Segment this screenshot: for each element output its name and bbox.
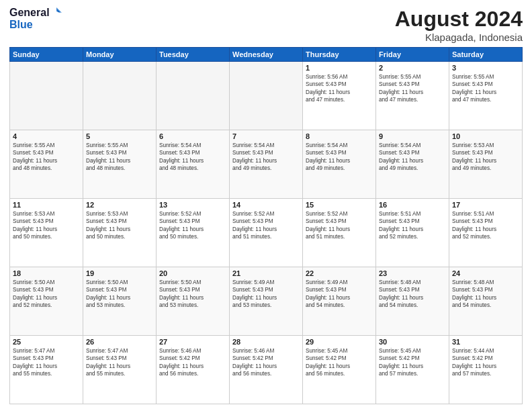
day-cell: 2Sunrise: 5:55 AM Sunset: 5:43 PM Daylig… <box>376 62 449 130</box>
day-info: Sunrise: 5:51 AM Sunset: 5:43 PM Dayligh… <box>379 210 446 241</box>
day-number: 27 <box>159 338 226 346</box>
day-info: Sunrise: 5:55 AM Sunset: 5:43 PM Dayligh… <box>13 142 80 173</box>
day-number: 16 <box>379 201 446 209</box>
day-info: Sunrise: 5:54 AM Sunset: 5:43 PM Dayligh… <box>232 142 300 173</box>
day-info: Sunrise: 5:52 AM Sunset: 5:43 PM Dayligh… <box>306 210 373 241</box>
day-cell: 18Sunrise: 5:50 AM Sunset: 5:43 PM Dayli… <box>10 267 83 336</box>
week-row-4: 18Sunrise: 5:50 AM Sunset: 5:43 PM Dayli… <box>10 267 523 336</box>
day-info: Sunrise: 5:56 AM Sunset: 5:43 PM Dayligh… <box>306 73 373 104</box>
day-info: Sunrise: 5:50 AM Sunset: 5:43 PM Dayligh… <box>86 279 153 310</box>
day-number: 6 <box>159 132 226 140</box>
day-cell <box>83 62 157 130</box>
day-info: Sunrise: 5:49 AM Sunset: 5:43 PM Dayligh… <box>232 279 300 310</box>
day-number: 3 <box>452 64 519 72</box>
day-cell: 7Sunrise: 5:54 AM Sunset: 5:43 PM Daylig… <box>230 130 303 199</box>
weekday-monday: Monday <box>83 48 157 62</box>
day-info: Sunrise: 5:51 AM Sunset: 5:43 PM Dayligh… <box>452 210 519 241</box>
day-cell: 28Sunrise: 5:46 AM Sunset: 5:42 PM Dayli… <box>230 336 303 404</box>
day-info: Sunrise: 5:53 AM Sunset: 5:43 PM Dayligh… <box>452 142 519 173</box>
day-number: 1 <box>306 64 373 72</box>
calendar-body: 1Sunrise: 5:56 AM Sunset: 5:43 PM Daylig… <box>10 62 523 404</box>
day-cell: 13Sunrise: 5:52 AM Sunset: 5:43 PM Dayli… <box>157 199 230 267</box>
day-cell: 22Sunrise: 5:49 AM Sunset: 5:43 PM Dayli… <box>303 267 376 336</box>
day-number: 24 <box>452 269 519 277</box>
weekday-header-row: SundayMondayTuesdayWednesdayThursdayFrid… <box>10 48 523 62</box>
logo-bird-icon <box>51 7 62 18</box>
day-number: 19 <box>86 269 153 277</box>
day-number: 25 <box>13 338 80 346</box>
day-cell: 9Sunrise: 5:54 AM Sunset: 5:43 PM Daylig… <box>376 130 449 199</box>
weekday-sunday: Sunday <box>10 48 83 62</box>
day-info: Sunrise: 5:53 AM Sunset: 5:43 PM Dayligh… <box>86 210 153 241</box>
day-cell: 11Sunrise: 5:53 AM Sunset: 5:43 PM Dayli… <box>10 199 83 267</box>
day-cell: 21Sunrise: 5:49 AM Sunset: 5:43 PM Dayli… <box>230 267 303 336</box>
day-info: Sunrise: 5:45 AM Sunset: 5:42 PM Dayligh… <box>379 347 446 378</box>
day-info: Sunrise: 5:46 AM Sunset: 5:42 PM Dayligh… <box>232 347 300 378</box>
day-number: 8 <box>306 132 373 140</box>
day-number: 13 <box>159 201 226 209</box>
logo-blue: Blue <box>9 19 33 31</box>
day-info: Sunrise: 5:48 AM Sunset: 5:43 PM Dayligh… <box>379 279 446 310</box>
day-cell: 20Sunrise: 5:50 AM Sunset: 5:43 PM Dayli… <box>157 267 230 336</box>
header: General Blue August 2024 Klapagada, Indo… <box>9 7 523 43</box>
calendar-table: SundayMondayTuesdayWednesdayThursdayFrid… <box>9 47 523 404</box>
day-number: 21 <box>232 269 300 277</box>
day-cell: 19Sunrise: 5:50 AM Sunset: 5:43 PM Dayli… <box>83 267 157 336</box>
day-cell: 31Sunrise: 5:44 AM Sunset: 5:42 PM Dayli… <box>449 336 523 404</box>
week-row-3: 11Sunrise: 5:53 AM Sunset: 5:43 PM Dayli… <box>10 199 523 267</box>
day-cell: 5Sunrise: 5:55 AM Sunset: 5:43 PM Daylig… <box>83 130 157 199</box>
location: Klapagada, Indonesia <box>395 32 523 43</box>
weekday-wednesday: Wednesday <box>230 48 303 62</box>
day-cell <box>230 62 303 130</box>
day-cell: 10Sunrise: 5:53 AM Sunset: 5:43 PM Dayli… <box>449 130 523 199</box>
logo: General Blue <box>9 7 62 30</box>
weekday-thursday: Thursday <box>303 48 376 62</box>
logo-general: General <box>9 7 50 19</box>
day-cell: 17Sunrise: 5:51 AM Sunset: 5:43 PM Dayli… <box>449 199 523 267</box>
day-number: 23 <box>379 269 446 277</box>
day-cell: 15Sunrise: 5:52 AM Sunset: 5:43 PM Dayli… <box>303 199 376 267</box>
day-info: Sunrise: 5:50 AM Sunset: 5:43 PM Dayligh… <box>159 279 226 310</box>
day-number: 5 <box>86 132 153 140</box>
day-info: Sunrise: 5:54 AM Sunset: 5:43 PM Dayligh… <box>159 142 226 173</box>
day-number: 17 <box>452 201 519 209</box>
day-cell: 6Sunrise: 5:54 AM Sunset: 5:43 PM Daylig… <box>157 130 230 199</box>
day-cell: 4Sunrise: 5:55 AM Sunset: 5:43 PM Daylig… <box>10 130 83 199</box>
day-cell: 24Sunrise: 5:48 AM Sunset: 5:43 PM Dayli… <box>449 267 523 336</box>
logo-container: General Blue <box>9 7 62 30</box>
day-cell: 12Sunrise: 5:53 AM Sunset: 5:43 PM Dayli… <box>83 199 157 267</box>
day-cell: 8Sunrise: 5:54 AM Sunset: 5:43 PM Daylig… <box>303 130 376 199</box>
day-number: 26 <box>86 338 153 346</box>
day-info: Sunrise: 5:52 AM Sunset: 5:43 PM Dayligh… <box>232 210 300 241</box>
day-info: Sunrise: 5:46 AM Sunset: 5:42 PM Dayligh… <box>159 347 226 378</box>
day-cell: 1Sunrise: 5:56 AM Sunset: 5:43 PM Daylig… <box>303 62 376 130</box>
day-number: 20 <box>159 269 226 277</box>
day-info: Sunrise: 5:50 AM Sunset: 5:43 PM Dayligh… <box>13 279 80 310</box>
day-number: 4 <box>13 132 80 140</box>
day-cell: 23Sunrise: 5:48 AM Sunset: 5:43 PM Dayli… <box>376 267 449 336</box>
day-info: Sunrise: 5:54 AM Sunset: 5:43 PM Dayligh… <box>306 142 373 173</box>
month-title: August 2024 <box>395 7 523 32</box>
weekday-tuesday: Tuesday <box>157 48 230 62</box>
day-info: Sunrise: 5:55 AM Sunset: 5:43 PM Dayligh… <box>86 142 153 173</box>
day-number: 31 <box>452 338 519 346</box>
day-cell: 16Sunrise: 5:51 AM Sunset: 5:43 PM Dayli… <box>376 199 449 267</box>
day-info: Sunrise: 5:53 AM Sunset: 5:43 PM Dayligh… <box>13 210 80 241</box>
day-number: 18 <box>13 269 80 277</box>
week-row-1: 1Sunrise: 5:56 AM Sunset: 5:43 PM Daylig… <box>10 62 523 130</box>
day-number: 30 <box>379 338 446 346</box>
day-info: Sunrise: 5:44 AM Sunset: 5:42 PM Dayligh… <box>452 347 519 378</box>
day-cell: 25Sunrise: 5:47 AM Sunset: 5:43 PM Dayli… <box>10 336 83 404</box>
week-row-2: 4Sunrise: 5:55 AM Sunset: 5:43 PM Daylig… <box>10 130 523 199</box>
day-cell: 29Sunrise: 5:45 AM Sunset: 5:42 PM Dayli… <box>303 336 376 404</box>
weekday-friday: Friday <box>376 48 449 62</box>
day-cell: 14Sunrise: 5:52 AM Sunset: 5:43 PM Dayli… <box>230 199 303 267</box>
day-info: Sunrise: 5:48 AM Sunset: 5:43 PM Dayligh… <box>452 279 519 310</box>
day-cell <box>10 62 83 130</box>
day-number: 10 <box>452 132 519 140</box>
day-cell: 3Sunrise: 5:55 AM Sunset: 5:43 PM Daylig… <box>449 62 523 130</box>
day-number: 12 <box>86 201 153 209</box>
week-row-5: 25Sunrise: 5:47 AM Sunset: 5:43 PM Dayli… <box>10 336 523 404</box>
day-number: 7 <box>232 132 300 140</box>
day-number: 9 <box>379 132 446 140</box>
